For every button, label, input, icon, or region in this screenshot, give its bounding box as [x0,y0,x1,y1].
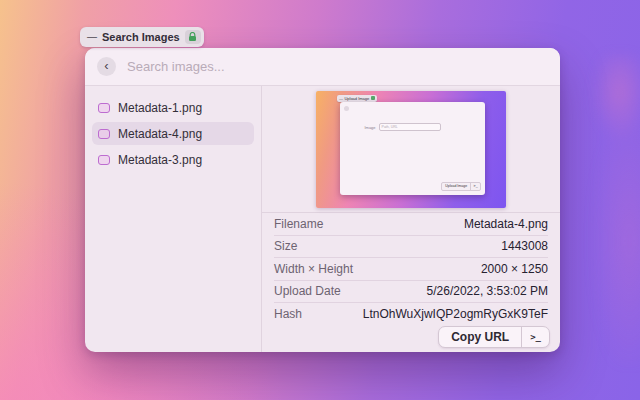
terminal-button[interactable]: >_ [521,327,549,347]
list-item[interactable]: Metadata-3.png [92,148,254,171]
mini-lock-icon [371,96,375,100]
meta-value: 2000 × 1250 [481,262,548,276]
detail-pane: — Upload Image Image Path, URL [262,86,560,352]
mini-pill-title: Upload Image [344,96,369,101]
image-preview-thumbnail: — Upload Image Image Path, URL [316,91,506,208]
meta-label: Hash [274,307,302,321]
metadata-table: Filename Metadata-4.png Size 1443008 Wid… [262,213,560,326]
mini-path-input: Path, URL [379,123,441,131]
action-footer: Copy URL >_ [262,326,560,353]
background-silhouette [563,55,640,365]
mini-image-label: Image [364,125,375,130]
list-item-selected[interactable]: Metadata-4.png [92,122,254,145]
terminal-icon: >_ [530,332,541,342]
meta-label: Size [274,239,297,253]
meta-value: LtnOhWuXjwIQP2ogmRyGxK9TeF [363,307,548,321]
desktop-background: — Search Images ‹ Metadata-1.png [0,0,640,400]
metadata-row-hash: Hash LtnOhWuXjwIQP2ogmRyGxK9TeF [274,303,548,326]
image-file-icon [98,103,110,113]
list-item-label: Metadata-3.png [118,153,202,167]
mini-upload-button: Upload Image [442,183,470,190]
lock-badge [185,30,201,44]
mini-upload-window: Image Path, URL Upload Image >_ [340,102,485,194]
back-button[interactable]: ‹ [97,57,116,76]
lock-icon [188,32,197,42]
meta-value: 1443008 [501,239,548,253]
meta-value: 5/26/2022, 3:53:02 PM [427,284,548,298]
meta-label: Width × Height [274,262,353,276]
image-file-icon [98,155,110,165]
metadata-row-filename: Filename Metadata-4.png [274,213,548,236]
metadata-row-dimensions: Width × Height 2000 × 1250 [274,258,548,281]
search-bar: ‹ [85,48,560,86]
window-title-pill[interactable]: — Search Images [80,27,204,47]
mini-form: Image Path, URL [364,123,440,131]
mini-back-button [344,106,349,111]
preview-area: — Upload Image Image Path, URL [262,86,560,213]
meta-value: Metadata-4.png [464,217,548,231]
image-file-icon [98,129,110,139]
list-item[interactable]: Metadata-1.png [92,96,254,119]
minimize-icon[interactable]: — [87,32,97,43]
list-item-label: Metadata-4.png [118,127,202,141]
meta-label: Filename [274,217,323,231]
chevron-left-icon: ‹ [104,57,108,74]
mini-minimize-icon: — [339,96,343,101]
copy-url-button[interactable]: Copy URL [439,327,521,347]
window-body: Metadata-1.png Metadata-4.png Metadata-3… [85,86,560,352]
mini-terminal-icon: >_ [470,183,480,190]
action-button-group: Copy URL >_ [438,326,550,348]
meta-label: Upload Date [274,284,341,298]
mini-title-pill: — Upload Image [337,95,377,102]
metadata-row-upload-date: Upload Date 5/26/2022, 3:53:02 PM [274,281,548,304]
mini-input-placeholder: Path, URL [382,125,398,129]
pill-title: Search Images [102,31,180,43]
search-input[interactable] [127,59,548,74]
metadata-row-size: Size 1443008 [274,236,548,259]
file-list: Metadata-1.png Metadata-4.png Metadata-3… [85,86,262,352]
search-images-window: ‹ Metadata-1.png Metadata-4.png Metadata… [85,48,560,352]
list-item-label: Metadata-1.png [118,101,202,115]
mini-action-buttons: Upload Image >_ [441,182,481,191]
